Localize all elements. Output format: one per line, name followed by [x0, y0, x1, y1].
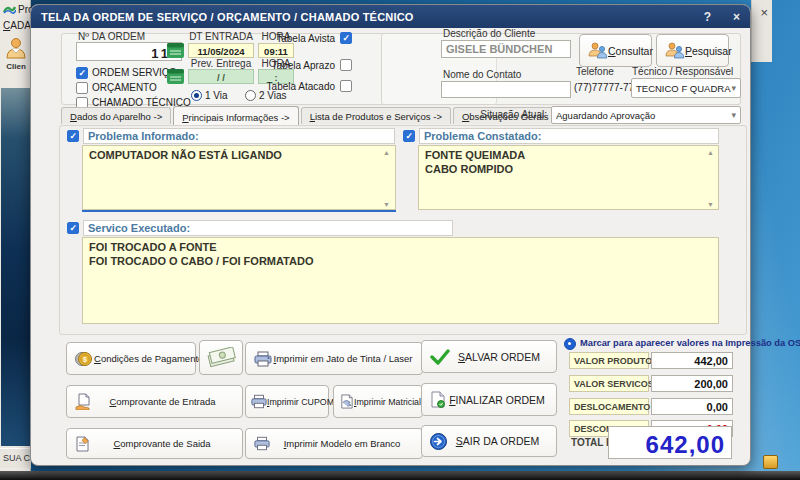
- tab-lista-produtos[interactable]: Lista de Produtos e Serviços ->: [301, 107, 451, 124]
- dt-entrada-field[interactable]: 11/05/2024: [188, 43, 254, 58]
- check-icon: [430, 349, 450, 365]
- dt-entrada-label: DT ENTRADA: [188, 31, 254, 42]
- salvar-ordem-label: SALVAR ORDEM: [450, 351, 548, 363]
- hora-field[interactable]: 09:11: [258, 43, 294, 58]
- dialog-title: TELA DA ORDEM DE SERVIÇO / ORÇAMENTO / C…: [41, 11, 682, 23]
- problema-constatado-label: Problema Constatado:: [420, 130, 541, 142]
- parent-window-left-edge: Pro CADA Clien SUA C: [0, 0, 31, 471]
- imprimir-jato-label: Imprimir em Jato de Tinta / Laser: [272, 353, 414, 364]
- pesquisar-label: Pesquisar: [685, 45, 732, 57]
- document-check-icon: [430, 391, 446, 408]
- label-orcamento: ORÇAMENTO: [92, 82, 157, 93]
- parent-close-icon[interactable]: ×: [760, 6, 768, 19]
- dinheiro-button[interactable]: [199, 340, 243, 375]
- salvar-ordem-button[interactable]: SALVAR ORDEM: [421, 340, 557, 373]
- tab-principais-informacoes[interactable]: Principais Informações ->: [173, 106, 298, 125]
- svg-text:$: $: [83, 356, 87, 364]
- label-tabela-avista: Tabela Avista: [259, 33, 335, 44]
- tab-dados-aparelho[interactable]: Dados do Aparelho ->: [61, 107, 171, 124]
- contato-field[interactable]: [441, 81, 571, 98]
- imprimir-cupom-label: Imprimir CUPOM: [267, 397, 334, 407]
- consultar-label: Consultar: [608, 45, 653, 57]
- calendar-icon[interactable]: [167, 69, 184, 84]
- comprovante-saida-label: Comprovante de Saida: [90, 438, 234, 449]
- toolbar-clientes-button[interactable]: Clien: [2, 36, 30, 78]
- scroll-down-icon[interactable]: ▼: [707, 201, 747, 208]
- checkbox-tabela-atacado[interactable]: [340, 80, 352, 92]
- sair-ordem-button[interactable]: SAIR DA ORDEM: [421, 425, 557, 457]
- client-person-icon: [5, 36, 27, 60]
- servico-executado-header: Servico Executado:: [83, 220, 453, 236]
- checkbox-problema-informado[interactable]: [67, 130, 79, 142]
- imprimir-cupom-button[interactable]: Imprimir CUPOM: [245, 385, 329, 418]
- contato-label: Nome do Contato: [443, 69, 521, 80]
- close-button[interactable]: ×: [733, 10, 740, 24]
- checkbox-problema-constatado[interactable]: [403, 130, 415, 142]
- situacao-select[interactable]: Aguardando Aprovação ▾: [551, 106, 741, 124]
- condicoes-pagamento-button[interactable]: $ Condições de Pagamento: [66, 342, 196, 375]
- imprimir-modelo-label: Imprimir Modelo em Branco: [270, 438, 414, 449]
- deslocamento-field[interactable]: 0,00: [651, 398, 733, 415]
- help-button[interactable]: ?: [704, 10, 711, 24]
- chevron-down-icon: ▾: [731, 110, 736, 120]
- checkbox-ordem-servico[interactable]: [76, 67, 88, 79]
- comprovante-saida-button[interactable]: Comprovante de Saida: [66, 428, 243, 459]
- label-tabela-atacado: Tabela Atacado: [259, 81, 335, 92]
- checkbox-servico-executado[interactable]: [67, 222, 79, 234]
- comprovante-entrada-label: Comprovante de Entrada: [91, 396, 234, 407]
- taskbar-people-icon[interactable]: [763, 455, 778, 469]
- comprovante-entrada-button[interactable]: Comprovante de Entrada: [66, 385, 243, 418]
- finalizar-ordem-label: FINALIZAR ORDEM: [446, 394, 548, 406]
- valor-produtos-field[interactable]: 442,00: [651, 352, 733, 369]
- finalizar-ordem-button[interactable]: FINALIZAR ORDEM: [421, 383, 557, 416]
- situacao-value: Aguardando Aprovação: [556, 110, 731, 121]
- document-printer-icon: [339, 394, 354, 409]
- imprimir-jato-button[interactable]: Imprimir em Jato de Tinta / Laser: [245, 342, 423, 375]
- label-ordem-servico: ORDEM SERVIÇO: [92, 67, 177, 78]
- banknotes-icon: [206, 347, 236, 369]
- parent-status-bar: SUA C: [0, 448, 31, 468]
- situacao-label: Situação Atual:: [461, 109, 547, 120]
- problema-constatado-textarea[interactable]: FONTE QUEIMADA CABO ROMPIDO: [418, 145, 719, 210]
- people-icon: [665, 42, 685, 59]
- problema-informado-textarea[interactable]: COMPUTADOR NÃO ESTÁ LIGANDO: [82, 145, 396, 210]
- label-1-via: 1 Via: [205, 90, 228, 101]
- checkbox-tabela-avista[interactable]: [340, 32, 352, 44]
- imprimir-modelo-button[interactable]: Imprimir Modelo em Branco: [245, 428, 423, 459]
- telefone-label: Telefone: [576, 66, 614, 77]
- radio-marcar-valores[interactable]: [564, 338, 576, 350]
- chevron-down-icon: ▾: [731, 83, 736, 93]
- problema-constatado-header: Problema Constatado:: [419, 128, 719, 144]
- valor-servicos-field[interactable]: 200,00: [651, 375, 733, 392]
- radio-1-via[interactable]: [191, 90, 202, 101]
- taskbar: [0, 471, 800, 480]
- client-name-field[interactable]: GISELE BÜNDCHEN: [441, 40, 571, 58]
- calendar-icon[interactable]: [167, 43, 184, 58]
- service-order-dialog: TELA DA ORDEM DE SERVIÇO / ORÇAMENTO / C…: [30, 4, 751, 466]
- radio-2-vias[interactable]: [245, 90, 256, 101]
- tecnico-select[interactable]: TECNICO F QUADRADO ▾: [631, 78, 741, 98]
- toolbar-clientes-label: Clien: [2, 62, 30, 71]
- dialog-titlebar: TELA DA ORDEM DE SERVIÇO / ORÇAMENTO / C…: [31, 5, 750, 28]
- checkbox-tabela-aprazo[interactable]: [340, 59, 352, 71]
- prev-entrega-field[interactable]: / /: [188, 69, 254, 84]
- checkbox-orcamento[interactable]: [76, 82, 88, 94]
- printer-icon: [251, 394, 267, 409]
- servico-executado-textarea[interactable]: FOI TROCADO A FONTE FOI TROCADO O CABO /…: [82, 237, 719, 324]
- mdi-background: [1, 88, 31, 446]
- imprimir-matricial-button[interactable]: Imprimir Matricial: [333, 385, 423, 418]
- condicoes-pagamento-label: Condições de Pagamento: [94, 353, 203, 364]
- consultar-button[interactable]: Consultar: [579, 34, 652, 67]
- coins-icon: $: [75, 351, 94, 367]
- valor-produtos-label: VALOR PRODUTOS: [569, 352, 649, 369]
- pesquisar-button[interactable]: Pesquisar: [656, 34, 729, 67]
- scroll-up-icon[interactable]: ▲: [707, 149, 747, 156]
- marcar-valores-label: Marcar para aparecer valores na Impressã…: [580, 338, 800, 348]
- client-desc-label: Descrição do Cliente: [443, 28, 535, 39]
- sair-ordem-label: SAIR DA ORDEM: [447, 435, 548, 447]
- parent-menu-cadastros[interactable]: CADA: [3, 20, 31, 31]
- tecnico-value: TECNICO F QUADRADO: [636, 83, 731, 94]
- problema-informado-label: Problema Informado:: [84, 130, 199, 142]
- prev-entrega-label: Prev. Entrega: [188, 58, 254, 69]
- order-number-label: Nº DA ORDEM: [78, 31, 145, 42]
